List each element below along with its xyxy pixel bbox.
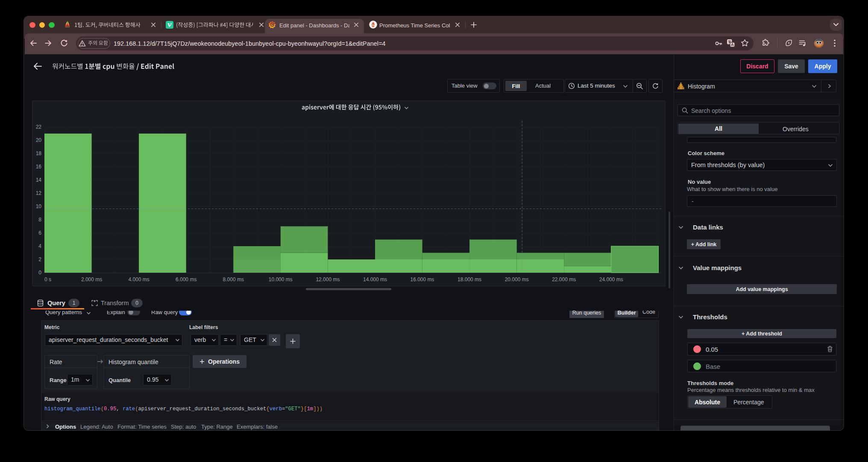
svg-text:18: 18: [36, 150, 42, 156]
svg-text:4: 4: [38, 243, 41, 249]
svg-text:2.000 ms: 2.000 ms: [81, 277, 102, 282]
svg-text:12.000 ms: 12.000 ms: [316, 277, 340, 282]
svg-text:0 s: 0 s: [44, 277, 51, 282]
svg-text:10: 10: [36, 203, 42, 209]
svg-text:14: 14: [36, 177, 42, 183]
svg-text:22.000 ms: 22.000 ms: [552, 277, 576, 282]
svg-text:20.000 ms: 20.000 ms: [505, 277, 529, 282]
svg-text:10.000 ms: 10.000 ms: [269, 277, 293, 282]
svg-text:14.000 ms: 14.000 ms: [363, 277, 387, 282]
svg-text:18.000 ms: 18.000 ms: [457, 277, 481, 282]
svg-text:16: 16: [36, 164, 42, 170]
svg-text:6.000 ms: 6.000 ms: [176, 277, 196, 282]
svg-text:22: 22: [36, 124, 42, 130]
svg-text:8: 8: [38, 217, 41, 223]
svg-text:6: 6: [38, 230, 41, 236]
svg-text:16.000 ms: 16.000 ms: [410, 277, 434, 282]
svg-text:20: 20: [36, 137, 42, 143]
svg-text:12: 12: [36, 190, 42, 196]
svg-text:4.000 ms: 4.000 ms: [128, 277, 149, 282]
svg-text:8.000 ms: 8.000 ms: [223, 277, 244, 282]
svg-text:24.000 ms: 24.000 ms: [599, 277, 623, 282]
svg-text:2: 2: [38, 256, 41, 262]
svg-text:0: 0: [38, 270, 41, 276]
